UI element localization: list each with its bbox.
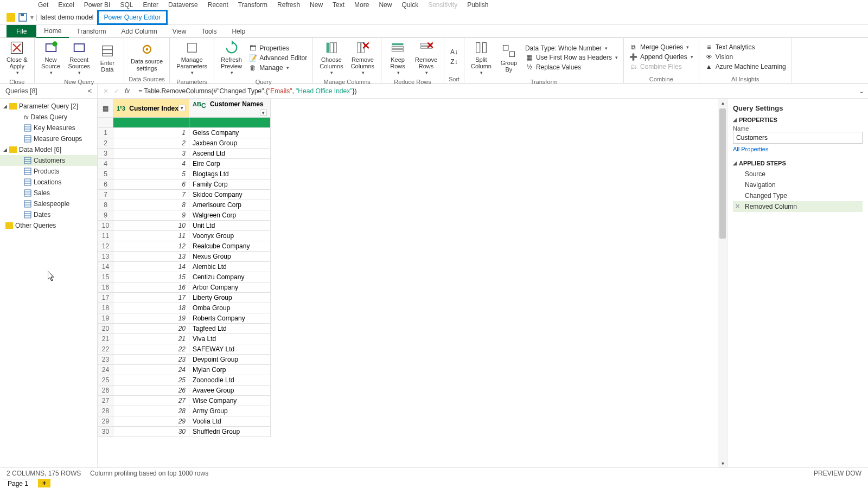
cell-customer-name[interactable]: Zoonoodle Ltd [189,375,271,386]
datasource-item[interactable]: Enter [143,1,158,9]
table-row[interactable]: 2626Avavee Group [98,386,271,396]
datasource-item[interactable]: New [310,1,323,9]
row-header[interactable]: 12 [98,241,113,252]
datasource-item[interactable]: Refresh [277,1,300,9]
row-header[interactable]: 28 [98,406,113,416]
cell-customer-name[interactable]: Viva Ltd [189,334,271,344]
cell-customer-index[interactable]: 9 [113,210,189,221]
row-header[interactable]: 2 [98,138,113,149]
column-header-customer-names[interactable]: ABC Customer Names▾ [189,99,271,118]
row-header[interactable]: 30 [98,427,113,437]
table-row[interactable]: 99Walgreen Corp [98,210,271,221]
row-header[interactable]: 8 [98,200,113,210]
table-row[interactable]: 1313Nexus Group [98,252,271,262]
vision-button[interactable]: 👁Vision [703,52,788,62]
cell-customer-index[interactable]: 27 [113,396,189,406]
row-header[interactable]: 29 [98,416,113,427]
table-row[interactable]: 11Geiss Company [98,128,271,138]
cell-customer-name[interactable]: Omba Group [189,303,271,313]
datasource-item[interactable]: New [379,1,392,9]
cell-customer-index[interactable]: 1 [113,128,189,138]
datasource-item[interactable]: Quick [401,1,418,9]
query-group[interactable]: ◢Data Model [6] [0,144,97,155]
table-row[interactable]: 22Jaxbean Group [98,138,271,149]
advanced-editor-button[interactable]: 📝Advanced Editor [246,53,309,63]
row-header[interactable]: 22 [98,344,113,355]
cell-customer-name[interactable]: Army Group [189,406,271,416]
query-item-key-measures[interactable]: Key Measures [0,123,97,133]
row-header[interactable]: 21 [98,334,113,344]
table-row[interactable]: 2424Mylan Corp [98,365,271,375]
datasource-item[interactable]: Sensitivity [428,1,457,9]
table-row[interactable]: 2222SAFEWAY Ltd [98,344,271,355]
fx-icon[interactable]: fx [125,87,130,95]
cell-customer-name[interactable]: Family Corp [189,179,271,190]
sort-desc-button[interactable]: Z↓ [448,57,461,67]
data-source-settings-button[interactable]: Data source settings [127,41,166,72]
ribbon-tab-file[interactable]: File [7,25,36,37]
cell-customer-name[interactable]: Unit Ltd [189,221,271,231]
manage-button[interactable]: 🗑Manage [246,63,309,73]
datasource-item[interactable]: Power BI [84,1,111,9]
table-row[interactable]: 1919Roberts Company [98,313,271,324]
table-row[interactable]: 1414Alembic Ltd [98,262,271,272]
cell-customer-index[interactable]: 8 [113,200,189,210]
row-header[interactable]: 25 [98,375,113,386]
datasource-item[interactable]: Transform [238,1,267,9]
cell-customer-name[interactable]: Mylan Corp [189,365,271,375]
row-header[interactable]: 18 [98,303,113,313]
scroll-up-icon[interactable]: ▴ [718,100,727,106]
cell-customer-name[interactable]: Amerisourc Corp [189,200,271,210]
query-item-sales[interactable]: Sales [0,188,97,198]
cell-customer-index[interactable]: 3 [113,149,189,159]
cell-customer-index[interactable]: 26 [113,386,189,396]
row-header[interactable]: 11 [98,231,113,241]
row-header[interactable]: 6 [98,179,113,190]
cell-customer-index[interactable]: 16 [113,282,189,293]
first-row-headers-button[interactable]: ▦Use First Row as Headers [523,53,620,62]
cell-customer-index[interactable]: 30 [113,427,189,437]
row-header[interactable]: 10 [98,221,113,231]
cell-customer-index[interactable]: 14 [113,262,189,272]
row-header[interactable]: 14 [98,262,113,272]
applied-steps-header[interactable]: APPLIED STEPS [733,160,863,166]
cell-customer-name[interactable]: Nexus Group [189,252,271,262]
row-header[interactable]: 15 [98,272,113,282]
replace-values-button[interactable]: ½Replace Values [523,62,620,72]
applied-step-source[interactable]: Source [733,169,863,179]
merge-queries-button[interactable]: ⧉Merge Queries [627,42,695,52]
query-item-dates-query[interactable]: fxDates Query [0,112,97,123]
cell-customer-name[interactable]: Skidoo Company [189,190,271,200]
cell-customer-index[interactable]: 29 [113,416,189,427]
datasource-item[interactable]: Get [38,1,48,9]
row-header[interactable]: 27 [98,396,113,406]
query-group[interactable]: ◢Parameter Query [2] [0,101,97,112]
page-tab[interactable]: Page 1 [3,479,33,488]
row-header[interactable]: 13 [98,252,113,262]
cell-customer-index[interactable]: 20 [113,324,189,334]
enter-data-button[interactable]: Enter Data [94,42,120,74]
cell-customer-index[interactable]: 28 [113,406,189,416]
datasource-item[interactable]: Excel [58,1,74,9]
cell-customer-index[interactable]: 18 [113,303,189,313]
table-row[interactable]: 77Skidoo Company [98,190,271,200]
cell-customer-name[interactable]: Walgreen Corp [189,210,271,221]
ribbon-tab-add-column[interactable]: Add Column [114,25,165,37]
expand-formula-icon[interactable]: ⌄ [855,87,868,95]
cell-customer-index[interactable]: 24 [113,365,189,375]
datasource-item[interactable]: More [354,1,369,9]
query-name-input[interactable] [733,132,863,144]
group-by-button[interactable]: Group By [496,42,522,74]
row-header[interactable]: 17 [98,293,113,303]
cell-customer-name[interactable]: Centizu Company [189,272,271,282]
ribbon-tab-transform[interactable]: Transform [69,25,113,37]
row-header[interactable]: 16 [98,282,113,293]
cell-customer-name[interactable]: Liberty Group [189,293,271,303]
cell-customer-index[interactable]: 4 [113,159,189,169]
table-row[interactable]: 66Family Corp [98,179,271,190]
table-row[interactable]: 1818Omba Group [98,303,271,313]
row-header[interactable]: 9 [98,210,113,221]
cell-customer-name[interactable]: Wise Company [189,396,271,406]
cell-customer-index[interactable]: 2 [113,138,189,149]
row-header[interactable]: 7 [98,190,113,200]
